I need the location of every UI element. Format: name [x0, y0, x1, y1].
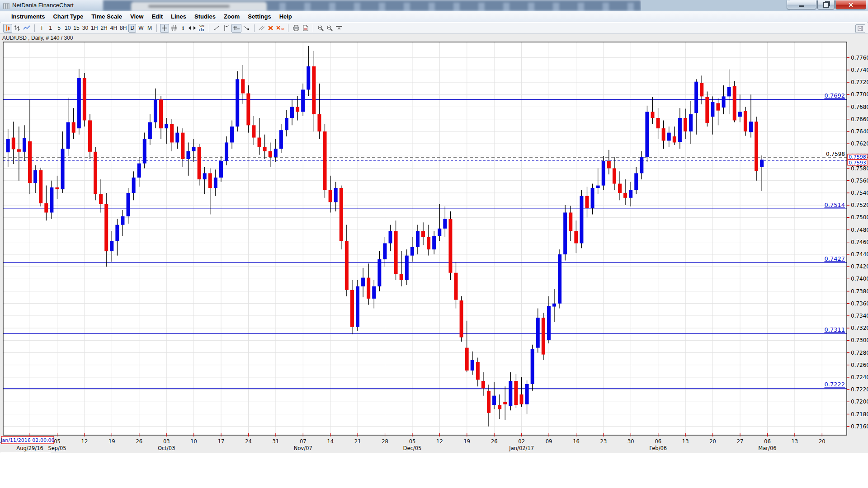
ray-line-icon[interactable] [242, 24, 251, 33]
candle-up [547, 306, 551, 340]
candle-up [214, 178, 217, 188]
zoom-in-icon[interactable] [316, 24, 325, 33]
period-button-4h[interactable]: 4H [109, 24, 118, 33]
candle-up [432, 236, 436, 249]
period-button-d[interactable]: D [128, 24, 136, 33]
y-axis-label: 0.7740 [851, 67, 868, 73]
period-button-5[interactable]: 5 [55, 24, 63, 33]
grid-icon[interactable] [170, 24, 178, 33]
x-axis-month-label: Oct/03 [158, 445, 175, 451]
period-button-8h[interactable]: 8H [119, 24, 127, 33]
candle-up [591, 188, 594, 208]
period-button-m[interactable]: M [146, 24, 153, 33]
dock-panel-icon[interactable] [855, 24, 865, 33]
period-button-1h[interactable]: 1H [90, 24, 99, 33]
menu-item-edit[interactable]: Edit [147, 13, 167, 20]
export-image-icon[interactable] [302, 24, 310, 33]
menu-item-help[interactable]: Help [275, 13, 296, 20]
toolbar: T151015301H2H4H8HDWM i vol all [0, 23, 868, 34]
candle-down [83, 78, 86, 121]
y-axis-label: 0.7460 [851, 239, 868, 245]
menu-item-settings[interactable]: Settings [244, 13, 275, 20]
menu-item-view[interactable]: View [126, 13, 147, 20]
period-button-30[interactable]: 30 [81, 24, 89, 33]
x-axis-week-label: 06 [764, 438, 771, 445]
candle-down [39, 170, 42, 203]
period-button-1[interactable]: 1 [47, 24, 54, 33]
candle-up [531, 349, 534, 384]
remove-line-icon[interactable] [258, 24, 266, 33]
x-axis-month-label: Aug/29/16 [16, 445, 43, 451]
period-button-w[interactable]: W [137, 24, 145, 33]
candle-up [361, 278, 365, 286]
y-axis-label: 0.7340 [851, 313, 868, 319]
volume-icon[interactable]: vol [198, 24, 206, 33]
parallel-channel-icon[interactable] [231, 24, 241, 33]
x-axis-week-label: 24 [245, 438, 252, 445]
candle-down [514, 381, 518, 405]
candle-down [246, 94, 250, 126]
candle-up [307, 66, 310, 90]
close-button[interactable]: ✕ [835, 0, 866, 9]
y-axis-label: 0.7540 [851, 190, 868, 196]
candle-down [17, 149, 21, 151]
menu-item-time-scale[interactable]: Time Scale [87, 13, 126, 20]
candle-up [203, 173, 207, 179]
y-axis-label: 0.7400 [851, 276, 868, 282]
candle-down [421, 231, 425, 237]
toolbar-separator [288, 24, 288, 32]
candle-up [678, 118, 682, 142]
menu-item-instruments[interactable]: Instruments [7, 13, 49, 20]
window-lower-area [0, 453, 868, 488]
netdania-financechart-window: { "window": { "title": "NetDania Finance… [0, 0, 868, 488]
candle-up [634, 173, 638, 190]
x-axis-month-label: Sep/05 [48, 445, 66, 451]
vertical-trendline-icon[interactable] [222, 24, 231, 33]
y-axis-label: 0.7520 [851, 202, 868, 208]
zoom-reset-icon[interactable] [335, 24, 344, 33]
menu-item-chart-type[interactable]: Chart Type [49, 13, 87, 20]
period-button-2h[interactable]: 2H [99, 24, 108, 33]
trendline-icon[interactable] [212, 24, 221, 33]
y-axis-label: 0.7220 [851, 386, 868, 393]
crosshair-icon[interactable] [160, 24, 169, 33]
restore-button[interactable] [817, 0, 835, 9]
chart-panel[interactable]: AUD/USD , Daily, # 140 / 300 0.76920.751… [0, 34, 868, 453]
candle-down [585, 196, 589, 208]
candle-up [219, 161, 223, 178]
zoom-out-icon[interactable] [326, 24, 334, 33]
candle-down [252, 125, 255, 137]
candlestick-chart[interactable]: 0.76920.75140.74270.73110.72220.75980.71… [0, 34, 868, 453]
candle-down [656, 118, 660, 128]
candle-up [645, 112, 649, 157]
candle-up [127, 193, 130, 216]
candle-down [323, 131, 327, 190]
price-box-bid-label: 0.7598 [849, 154, 866, 160]
delete-all-lines-icon[interactable]: all [275, 24, 285, 33]
candle-up [727, 87, 731, 96]
x-axis-week-label: 16 [573, 438, 580, 445]
title-bar[interactable]: NetDania FinanceChart ✕ [0, 0, 868, 11]
menu-item-zoom[interactable]: Zoom [220, 13, 244, 20]
ohlc-bars-icon[interactable] [13, 24, 21, 33]
candle-down [427, 237, 430, 249]
period-button-10[interactable]: 10 [64, 24, 71, 33]
period-button-t[interactable]: T [38, 24, 46, 33]
period-button-15[interactable]: 15 [72, 24, 80, 33]
x-axis-week-label: 19 [108, 438, 115, 445]
minimize-button[interactable] [787, 0, 816, 9]
candle-down [623, 193, 627, 198]
menu-item-lines[interactable]: Lines [167, 13, 190, 20]
x-axis-week-label: 09 [546, 438, 552, 445]
info-icon[interactable]: i [179, 24, 187, 33]
candle-down [520, 394, 524, 404]
print-icon[interactable] [292, 24, 301, 33]
candle-down [716, 103, 720, 110]
candle-up [115, 225, 119, 241]
delete-line-icon[interactable] [267, 24, 274, 33]
menu-item-studies[interactable]: Studies [190, 13, 220, 20]
candlestick-chart-icon[interactable] [3, 24, 12, 33]
horizontal-scroll-icon[interactable] [188, 24, 197, 33]
x-axis-week-label: 31 [273, 438, 279, 445]
line-chart-icon[interactable] [22, 24, 31, 33]
